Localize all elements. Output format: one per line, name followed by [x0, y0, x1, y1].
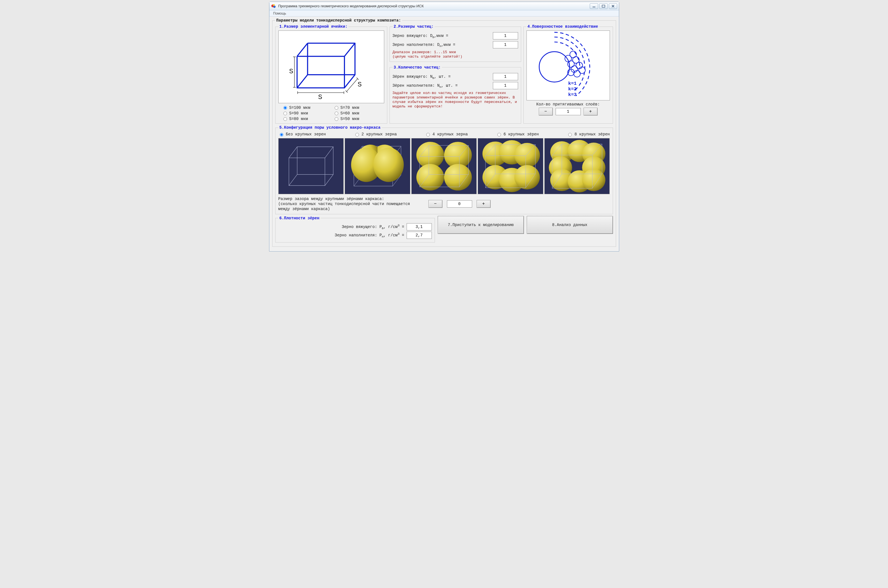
svg-point-18: [573, 70, 580, 77]
surface-interaction-group: 4.Поверхностное взаимодействие: [524, 24, 613, 124]
density-group: 6.Плотности зёрен Зерно вяжущего: PB, г/…: [275, 216, 435, 243]
filler-count-input[interactable]: [493, 82, 518, 89]
particle-count-group: 3.Количество частиц: Зёрен вяжущего: NB,…: [390, 65, 521, 124]
gap-plus-button[interactable]: +: [477, 200, 491, 208]
particle-size-legend: 2.Размеры частиц:: [393, 24, 435, 29]
svg-line-27: [325, 174, 333, 186]
menu-bar: Помощь: [269, 10, 619, 16]
svg-line-28: [289, 174, 297, 186]
pore-thumb-4: [411, 138, 477, 194]
particle-count-note: Задайте целое кол-во частиц исходя из ге…: [393, 91, 518, 109]
particle-size-group: 2.Размеры частиц: Зерно вяжущего: DB,мкм…: [390, 24, 521, 62]
svg-point-12: [539, 52, 570, 82]
radio-s100-label: S=100 мкм: [289, 105, 310, 110]
svg-line-26: [325, 147, 333, 158]
radio-s100[interactable]: S=100 мкм: [283, 105, 328, 110]
svg-text:k=3: k=3: [568, 92, 576, 98]
radio-s50[interactable]: S=50 мкм: [335, 117, 379, 121]
pore-thumb-0: [278, 138, 344, 194]
cfg-opt-4-label: 4 крупных зерна: [432, 132, 468, 136]
app-window: Программа трехмерного геометрического мо…: [269, 2, 619, 252]
window-title: Программа трехмерного геометрического мо…: [278, 4, 587, 8]
svg-text:S: S: [318, 93, 322, 101]
svg-line-7: [345, 75, 355, 88]
svg-line-8: [297, 75, 307, 88]
filler-count-label: Зёрен наполнителя: NH, шт. =: [393, 83, 490, 88]
layers-minus-button[interactable]: −: [539, 108, 553, 116]
binder-count-label: Зёрен вяжущего: NB, шт. =: [393, 74, 490, 79]
titlebar: Программа трехмерного геометрического мо…: [269, 2, 619, 10]
svg-point-39: [444, 164, 471, 190]
binder-count-input[interactable]: [493, 73, 518, 80]
cfg-opt-2-label: 2 крупных зерна: [361, 132, 397, 136]
svg-point-61: [582, 169, 605, 191]
pore-thumb-6: [478, 138, 543, 194]
binder-density-label: Зерно вяжущего: PB, г/см3 =: [278, 225, 404, 229]
cell-size-group: 1.Размер элементарной ячейки:: [275, 24, 387, 124]
binder-size-input[interactable]: [493, 32, 518, 39]
cell-size-legend: 1.Размер элементарной ячейки:: [278, 24, 349, 29]
pore-config-group: 5.Конфигурация поры условного макро-карк…: [275, 125, 613, 214]
start-modeling-button[interactable]: 7.Приступить к моделированию: [438, 216, 524, 234]
radio-s70-label: S=70 мкм: [340, 105, 359, 110]
filler-size-label: Зерно наполнителя: DH,мкм =: [393, 42, 490, 47]
cfg-opt-0[interactable]: Без крупных зерен: [278, 132, 326, 136]
gap-label: Размер зазора между крупными зёрнами кар…: [278, 196, 424, 212]
radio-s50-label: S=50 мкм: [340, 117, 359, 121]
svg-point-20: [570, 51, 576, 58]
gap-minus-button[interactable]: −: [429, 200, 442, 208]
radio-s80[interactable]: S=80 мкм: [283, 117, 328, 121]
svg-text:k=1: k=1: [568, 81, 576, 86]
cfg-opt-2[interactable]: 2 крупных зерна: [354, 132, 397, 136]
pore-thumb-2: [345, 138, 410, 194]
binder-density-input[interactable]: [406, 223, 432, 231]
layers-plus-button[interactable]: +: [584, 108, 598, 116]
cfg-opt-6-label: 6 крупных зёрен: [504, 132, 539, 136]
maximize-button[interactable]: [599, 3, 608, 9]
main-legend: Параметры модели тонкодисперсной структу…: [275, 18, 402, 22]
cfg-opt-6[interactable]: 6 крупных зёрен: [496, 132, 539, 136]
analyze-data-button[interactable]: 8.Анализ данных: [527, 216, 613, 234]
radio-s60-label: S=60 мкм: [340, 111, 359, 116]
svg-point-34: [373, 148, 404, 182]
radio-s60[interactable]: S=60 мкм: [335, 111, 379, 116]
filler-density-label: Зерно наполнителя: PH, г/см3 =: [278, 233, 404, 237]
menu-help[interactable]: Помощь: [271, 11, 289, 16]
minimize-button[interactable]: [590, 3, 598, 9]
svg-point-2: [273, 4, 274, 6]
svg-line-5: [297, 43, 307, 56]
pore-config-legend: 5.Конфигурация поры условного макро-карк…: [278, 125, 382, 130]
radio-s90[interactable]: S=90 мкм: [283, 111, 328, 116]
window-controls: [590, 3, 617, 9]
svg-text:k=2: k=2: [568, 87, 576, 92]
cell-size-options: S=100 мкм S=70 мкм S=90 мкм S=60 мкм S=8…: [278, 105, 384, 121]
app-icon: [271, 4, 276, 9]
svg-line-6: [345, 43, 355, 56]
svg-rect-3: [593, 7, 595, 7]
particle-size-note: Диапазон размеров: 1...15 мкм (целую час…: [393, 50, 518, 59]
svg-line-25: [289, 147, 297, 158]
svg-rect-4: [602, 5, 605, 7]
radio-s80-label: S=80 мкм: [289, 117, 308, 121]
filler-size-input[interactable]: [493, 41, 518, 48]
binder-size-label: Зерно вяжущего: DB,мкм =: [393, 34, 490, 38]
svg-point-1: [273, 5, 275, 8]
pore-thumbnails: [278, 138, 610, 194]
filler-density-input[interactable]: [406, 232, 432, 239]
radio-s70[interactable]: S=70 мкм: [335, 105, 379, 110]
main-params-group: Параметры модели тонкодисперсной структу…: [272, 18, 616, 247]
svg-point-46: [515, 143, 540, 167]
close-button[interactable]: [609, 3, 617, 9]
layers-illustration: k=1 k=2 k=3: [527, 30, 610, 100]
layers-count-input[interactable]: [555, 108, 581, 115]
particle-count-legend: 3.Количество частиц:: [393, 65, 442, 70]
radio-s90-label: S=90 мкм: [289, 111, 308, 116]
svg-point-38: [416, 164, 444, 190]
layers-count-label: Кол-во притягиваемых слоёв:: [527, 102, 610, 106]
surface-interaction-legend: 4.Поверхностное взаимодействие: [527, 24, 599, 29]
cfg-opt-4[interactable]: 4 крупных зерна: [425, 132, 468, 136]
cell-cube-illustration: S S S: [278, 30, 384, 103]
gap-input[interactable]: [447, 200, 472, 207]
cfg-opt-8[interactable]: 8 крупных зёрен: [567, 132, 610, 136]
cfg-opt-0-label: Без крупных зерен: [286, 132, 326, 136]
